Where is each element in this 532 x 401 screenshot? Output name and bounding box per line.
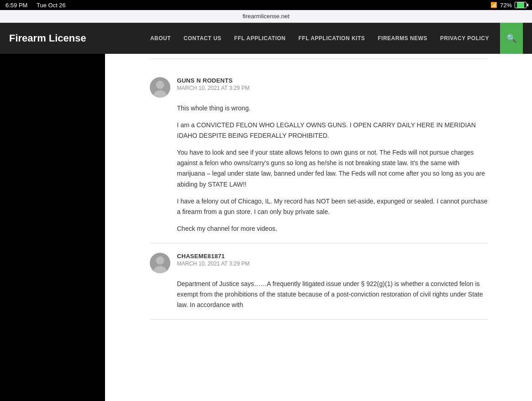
sidebar [0,54,105,401]
comment-date: MARCH 10, 2021 AT 3:29 PM [177,85,250,91]
address-bar: firearmlicense.net [0,10,532,23]
status-bar: 6:59 PM Tue Oct 26 📶 72% [0,0,532,10]
nav-item-contact[interactable]: CONTACT US [177,31,228,45]
comment-header: GUNS N RODENTS MARCH 10, 2021 AT 3:29 PM [150,77,488,98]
comment-paragraph: This whole thing is wrong. [177,103,488,114]
comment-item: GUNS N RODENTS MARCH 10, 2021 AT 3:29 PM… [150,68,488,244]
comment-paragraph: I have a felony out of Chicago, IL. My r… [177,196,488,217]
wifi-icon: 📶 [490,2,497,8]
comment-date: MARCH 10, 2021 AT 3:29 PM [177,260,250,267]
svg-point-1 [156,81,164,89]
status-time: 6:59 PM [5,2,27,9]
nav-link-ffl-kits[interactable]: FFL APPLICATION KITS [292,31,371,45]
svg-point-4 [156,256,164,265]
battery-percentage: 72% [500,2,512,9]
battery-icon [515,2,527,8]
comment-meta: chaseme81871 MARCH 10, 2021 AT 3:29 PM [177,253,250,267]
comment-paragraph: I am a CONVICTED FELON WHO LEGALLY OWNS … [177,120,488,141]
main-layout: GUNS N RODENTS MARCH 10, 2021 AT 3:29 PM… [0,54,532,401]
site-brand[interactable]: Firearm License [9,32,86,44]
content-inner: GUNS N RODENTS MARCH 10, 2021 AT 3:29 PM… [141,54,497,324]
avatar [150,77,170,98]
nav-item-about[interactable]: ABOUT [144,31,177,45]
comment-paragraph: Department of Justice says……A frequently… [177,279,488,310]
nav-links: ABOUT CONTACT US FFL APPLICATION FFL APP… [144,31,495,45]
nav-item-ffl-app[interactable]: FFL APPLICATION [228,31,292,45]
comment-header: chaseme81871 MARCH 10, 2021 AT 3:29 PM [150,253,488,273]
comment-body: This whole thing is wrong. I am a CONVIC… [177,103,488,234]
search-icon: 🔍 [506,33,516,43]
top-divider [150,58,488,59]
navbar: Firearm License ABOUT CONTACT US FFL APP… [0,23,532,54]
nav-item-firearms-news[interactable]: FIREARMS NEWS [371,31,434,45]
nav-link-privacy[interactable]: PRIVACY POLICY [434,31,495,45]
nav-link-ffl-app[interactable]: FFL APPLICATION [228,31,292,45]
comment-paragraph: You have to look and see if your state a… [177,147,488,189]
content-area: GUNS N RODENTS MARCH 10, 2021 AT 3:29 PM… [105,54,532,401]
nav-link-about[interactable]: ABOUT [144,31,177,45]
nav-link-firearms-news[interactable]: FIREARMS NEWS [371,31,434,45]
comment-paragraph: Check my channel for more videos. [177,224,488,234]
status-date: Tue Oct 26 [37,2,66,9]
nav-link-contact[interactable]: CONTACT US [177,31,228,45]
comment-author: GUNS N RODENTS [177,77,250,84]
nav-item-privacy[interactable]: PRIVACY POLICY [434,31,495,45]
url-display: firearmlicense.net [242,13,290,20]
comment-body: Department of Justice says……A frequently… [177,279,488,310]
status-right: 📶 72% [490,2,527,9]
search-button[interactable]: 🔍 [500,23,523,54]
avatar [150,253,170,273]
comment-meta: GUNS N RODENTS MARCH 10, 2021 AT 3:29 PM [177,77,250,91]
comment-item: chaseme81871 MARCH 10, 2021 AT 3:29 PM D… [150,244,488,320]
nav-item-ffl-kits[interactable]: FFL APPLICATION KITS [292,31,371,45]
comment-author: chaseme81871 [177,253,250,260]
